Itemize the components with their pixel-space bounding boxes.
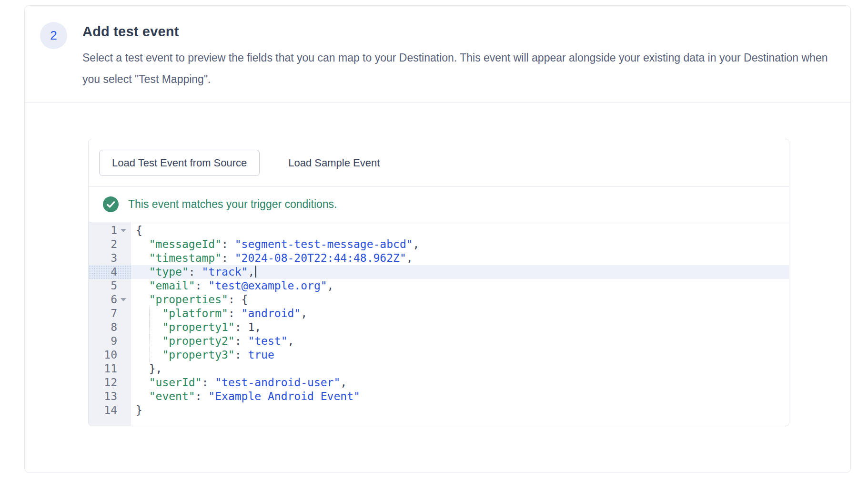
step-header: 2 Add test event Select a test event to …: [25, 6, 850, 103]
indent-guide: [149, 320, 150, 334]
line-number: 9: [89, 334, 117, 348]
load-test-event-button[interactable]: Load Test Event from Source: [99, 150, 260, 176]
caret-slot: [117, 320, 131, 334]
code-text: "property1": 1,: [131, 320, 789, 334]
caret-slot: [117, 251, 131, 265]
code-text: "type": "track",: [131, 265, 789, 279]
code-text: {: [131, 224, 789, 237]
code-text: },: [131, 362, 789, 376]
code-line[interactable]: 4 "type": "track",: [89, 265, 789, 279]
step-number-badge: 2: [40, 22, 67, 49]
code-text: "userId": "test-android-user",: [131, 376, 789, 390]
caret-slot: [117, 376, 131, 390]
step-body: Load Test Event from Source Load Sample …: [25, 103, 850, 426]
line-number: 11: [89, 362, 117, 376]
caret-slot: [117, 390, 131, 403]
code-line[interactable]: 2 "messageId": "segment-test-message-abc…: [89, 237, 789, 251]
line-number: 7: [89, 307, 117, 320]
gutter-cell: 1: [89, 224, 131, 237]
gutter-cell: 11: [89, 362, 131, 376]
code-text: "property3": true: [131, 348, 789, 362]
page-title: Add test event: [82, 24, 828, 40]
caret-slot: [117, 237, 131, 251]
line-number: 8: [89, 320, 117, 334]
code-text: "platform": "android",: [131, 307, 789, 320]
gutter-cell: 9: [89, 334, 131, 348]
caret-slot: [117, 362, 131, 376]
trigger-status-row: This event matches your trigger conditio…: [89, 187, 789, 222]
gutter-cell: 14: [89, 403, 131, 417]
line-number: 4: [89, 265, 117, 279]
code-text: }: [131, 403, 789, 417]
code-line[interactable]: 6 "properties": {: [89, 293, 789, 307]
code-line[interactable]: 1{: [89, 224, 789, 237]
gutter-cell: 12: [89, 376, 131, 390]
json-code-editor[interactable]: 1{2 "messageId": "segment-test-message-a…: [89, 222, 789, 426]
line-number: 2: [89, 237, 117, 251]
caret-slot: [117, 348, 131, 362]
code-text: "messageId": "segment-test-message-abcd"…: [131, 237, 789, 251]
caret-slot: [117, 224, 131, 237]
code-line[interactable]: 5 "email": "test@example.org",: [89, 279, 789, 293]
line-number: 1: [89, 224, 117, 237]
code-line[interactable]: 12 "userId": "test-android-user",: [89, 376, 789, 390]
gutter-cell: 4: [89, 265, 131, 279]
code-text: "email": "test@example.org",: [131, 279, 789, 293]
caret-slot: [117, 307, 131, 320]
line-number: 14: [89, 403, 117, 417]
code-text: "properties": {: [131, 293, 789, 307]
caret-slot: [117, 334, 131, 348]
code-line[interactable]: 13 "event": "Example Android Event": [89, 390, 789, 403]
caret-slot: [117, 293, 131, 307]
add-test-event-card: 2 Add test event Select a test event to …: [24, 5, 851, 473]
code-lines: 1{2 "messageId": "segment-test-message-a…: [89, 222, 789, 417]
load-sample-event-button[interactable]: Load Sample Event: [274, 157, 394, 169]
code-line[interactable]: 9 "property2": "test",: [89, 334, 789, 348]
fold-caret-icon[interactable]: [121, 229, 126, 232]
caret-slot: [117, 403, 131, 417]
indent-guide: [149, 334, 150, 348]
check-circle-icon: [103, 196, 119, 212]
line-number: 6: [89, 293, 117, 307]
gutter-cell: 13: [89, 390, 131, 403]
gutter-cell: 6: [89, 293, 131, 307]
caret-slot: [117, 279, 131, 293]
code-line[interactable]: 11 },: [89, 362, 789, 376]
fold-caret-icon[interactable]: [121, 298, 126, 301]
event-source-toolbar: Load Test Event from Source Load Sample …: [89, 139, 789, 187]
trigger-match-message: This event matches your trigger conditio…: [128, 198, 337, 211]
code-line[interactable]: 3 "timestamp": "2024-08-20T22:44:48.962Z…: [89, 251, 789, 265]
step-description: Select a test event to preview the field…: [82, 47, 828, 90]
gutter-cell: 2: [89, 237, 131, 251]
line-number: 3: [89, 251, 117, 265]
step-header-text: Add test event Select a test event to pr…: [82, 20, 828, 90]
gutter-cell: 7: [89, 307, 131, 320]
line-number: 5: [89, 279, 117, 293]
gutter-cell: 5: [89, 279, 131, 293]
test-event-panel: Load Test Event from Source Load Sample …: [88, 139, 789, 426]
line-number: 13: [89, 390, 117, 403]
caret-slot: [117, 265, 131, 279]
indent-guide: [149, 307, 150, 320]
line-number: 10: [89, 348, 117, 362]
gutter-cell: 10: [89, 348, 131, 362]
text-cursor: [255, 266, 256, 278]
line-number: 12: [89, 376, 117, 390]
code-text: "property2": "test",: [131, 334, 789, 348]
gutter-cell: 8: [89, 320, 131, 334]
code-text: "event": "Example Android Event": [131, 390, 789, 403]
code-line[interactable]: 14}: [89, 403, 789, 417]
code-line[interactable]: 8 "property1": 1,: [89, 320, 789, 334]
code-line[interactable]: 10 "property3": true: [89, 348, 789, 362]
indent-guide: [149, 348, 150, 362]
gutter-cell: 3: [89, 251, 131, 265]
code-text: "timestamp": "2024-08-20T22:44:48.962Z",: [131, 251, 789, 265]
code-line[interactable]: 7 "platform": "android",: [89, 307, 789, 320]
